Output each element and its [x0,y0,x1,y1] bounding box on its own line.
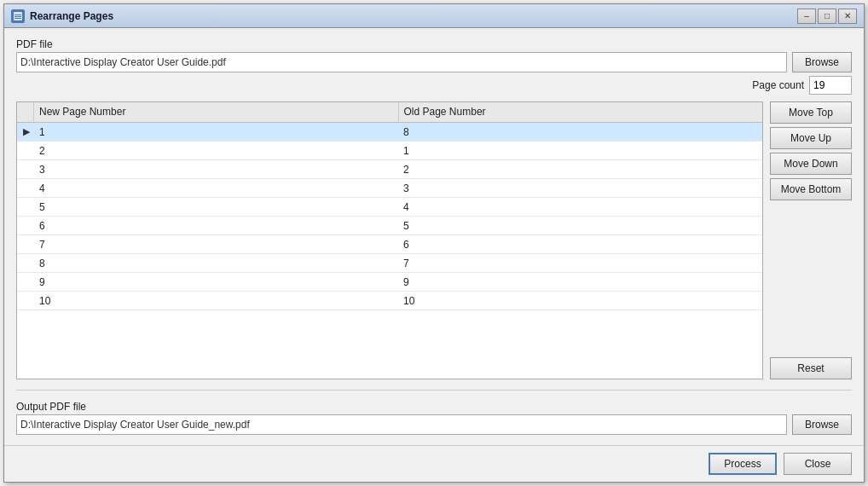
page-count-label: Page count [752,79,804,91]
table-row[interactable]: 32 [17,160,762,179]
window-title: Rearrange Pages [30,10,797,22]
window-icon [11,9,25,23]
close-button[interactable]: ✕ [838,9,857,24]
table-row[interactable]: 21 [17,142,762,160]
cell-new-page: 5 [34,200,398,215]
table-row[interactable]: 76 [17,235,762,254]
pdf-file-label: PDF file [16,38,852,50]
table-row[interactable]: 43 [17,179,762,198]
cell-new-page: 8 [34,256,398,271]
output-file-label: Output PDF file [16,401,852,413]
cell-old-page: 7 [398,256,762,271]
cell-old-page: 1 [398,143,762,159]
cell-old-page: 6 [398,237,762,252]
cell-new-page: 6 [34,218,398,234]
table-row[interactable]: ▶18 [17,123,762,142]
cell-old-page: 8 [398,124,762,140]
col-old-page: Old Page Number [399,102,763,122]
move-top-button[interactable]: Move Top [770,101,852,124]
title-bar: Rearrange Pages – □ ✕ [4,4,864,28]
move-down-button[interactable]: Move Down [770,153,852,175]
bottom-bar: Process Close [4,445,864,482]
page-table: New Page Number Old Page Number ▶1821324… [16,101,763,379]
process-button[interactable]: Process [709,453,777,475]
cell-new-page: 4 [34,181,398,196]
pdf-browse-button[interactable]: Browse [792,52,852,72]
svg-rect-2 [14,16,21,17]
table-header: New Page Number Old Page Number [17,102,762,123]
pdf-file-input[interactable] [16,52,787,72]
output-file-input[interactable] [16,414,787,435]
cell-new-page: 3 [34,162,398,177]
svg-rect-3 [14,18,21,19]
cell-old-page: 9 [398,275,762,290]
pdf-file-row: Browse [16,52,852,72]
main-content: PDF file Browse Page count New Page Numb… [4,28,864,445]
table-row[interactable]: 1010 [17,292,762,310]
cell-old-page: 10 [398,293,762,309]
table-row[interactable]: 99 [17,273,762,292]
reset-button[interactable]: Reset [770,357,852,379]
output-file-row: Browse [16,414,852,435]
maximize-button[interactable]: □ [818,9,836,24]
table-row[interactable]: 87 [17,254,762,273]
col-new-page: New Page Number [34,102,399,122]
cell-old-page: 2 [398,162,762,177]
cell-new-page: 9 [34,275,398,290]
cell-old-page: 5 [398,218,762,234]
cell-new-page: 1 [34,124,398,140]
close-dialog-button[interactable]: Close [784,453,852,475]
svg-rect-1 [14,14,21,15]
window-controls: – □ ✕ [797,9,857,24]
minimize-button[interactable]: – [797,9,816,24]
table-body[interactable]: ▶1821324354657687991010 [17,123,762,379]
separator [16,390,852,391]
cell-new-page: 7 [34,237,398,252]
row-indicator: ▶ [17,126,34,137]
main-window: Rearrange Pages – □ ✕ PDF file Browse Pa… [3,3,865,483]
page-count-input[interactable] [809,76,852,95]
output-file-section: Output PDF file Browse [16,401,852,435]
table-row[interactable]: 65 [17,217,762,235]
move-bottom-button[interactable]: Move Bottom [770,178,852,200]
output-browse-button[interactable]: Browse [792,414,852,435]
page-count-row: Page count [16,76,852,95]
cell-old-page: 4 [398,200,762,215]
cell-new-page: 10 [34,293,398,309]
table-area: New Page Number Old Page Number ▶1821324… [16,101,852,379]
side-buttons: Move Top Move Up Move Down Move Bottom R… [770,101,852,379]
table-row[interactable]: 54 [17,198,762,217]
cell-old-page: 3 [398,181,762,196]
cell-new-page: 2 [34,143,398,159]
pdf-file-section: PDF file Browse [16,38,852,72]
move-up-button[interactable]: Move Up [770,127,852,149]
